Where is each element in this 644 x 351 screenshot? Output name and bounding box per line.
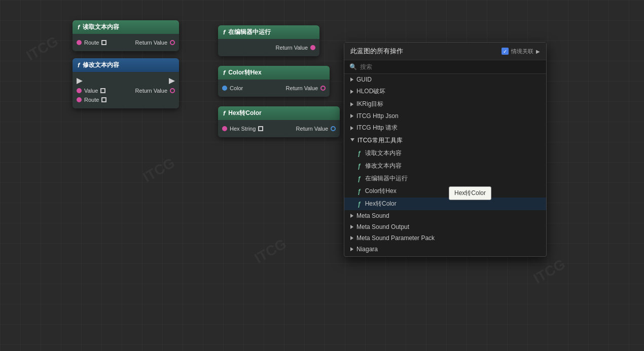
search-input[interactable]: [360, 63, 541, 70]
arrow-meta-sound-output: [350, 225, 353, 229]
menu-item-hlod-label: HLOD破坏: [356, 87, 385, 96]
func-icon-5: f: [223, 109, 225, 117]
pin-returnvalue3-label: Return Value: [276, 45, 308, 51]
pin-route2-sq: [101, 97, 106, 102]
tooltip-text: Hex转Color: [454, 189, 486, 197]
node-run-editor-body: Return Value: [218, 39, 319, 56]
pin-returnvalue3-out[interactable]: [310, 45, 315, 50]
menu-item-meta-sound-param[interactable]: Meta Sound Parameter Pack: [344, 232, 546, 244]
node-color-to-hex: f Color转Hex Color Return Value: [218, 66, 330, 97]
arrow-meta-sound-param: [350, 236, 353, 240]
context-sensitive-label: 情境关联: [511, 48, 533, 55]
menu-item-meta-sound[interactable]: Meta Sound: [344, 210, 546, 221]
func-f-1: ƒ: [357, 150, 361, 157]
node-hex-to-color-body: Hex String Return Value: [218, 120, 340, 137]
menu-item-niagara-data[interactable]: Niagara Data Channel: [344, 255, 546, 256]
menu-item-meta-sound-param-label: Meta Sound Parameter Pack: [356, 235, 435, 242]
menu-item-run-editor-label: 在编辑器中运行: [365, 174, 408, 183]
pin-value-in[interactable]: [77, 88, 82, 93]
menu-item-modify-text-label: 修改文本内容: [365, 162, 402, 170]
func-f-2: ƒ: [357, 163, 361, 170]
menu-list: GUID HLOD破坏 IKRig目标 ITCG Http Json ITCG …: [344, 74, 546, 256]
context-menu-title: 此蓝图的所有操作: [350, 47, 403, 56]
watermark-2: ITCG: [140, 154, 177, 185]
pin-hexstring-in[interactable]: [222, 126, 227, 131]
node-read-text-body: Route Return Value: [73, 34, 179, 51]
menu-item-meta-sound-label: Meta Sound: [356, 212, 389, 219]
node-hex-to-color-header: f Hex转Color: [218, 106, 340, 120]
node-color-to-hex-header: f Color转Hex: [218, 66, 330, 80]
context-sensitive-checkbox[interactable]: ✓ 情境关联 ▶: [502, 48, 540, 55]
menu-item-niagara-label: Niagara: [356, 246, 378, 253]
watermark-5: ITCG: [530, 256, 568, 287]
node-color-to-hex-body: Color Return Value: [218, 80, 330, 97]
menu-item-niagara[interactable]: Niagara: [344, 244, 546, 255]
exec-in-pin[interactable]: [77, 78, 83, 84]
pin-returnvalue5-label: Return Value: [296, 126, 328, 132]
tooltip: Hex转Color: [449, 186, 491, 200]
pin-value-sq: [100, 88, 105, 93]
node-modify-text-title: 修改文本内容: [83, 61, 119, 69]
arrow-meta-sound: [350, 214, 353, 218]
node-run-editor-title: 在编辑器中运行: [228, 28, 271, 36]
func-icon-4: f: [223, 69, 225, 76]
menu-item-read-text-label: 读取文本内容: [365, 149, 402, 158]
node-row-color: Color Return Value: [218, 84, 330, 93]
context-menu-panel: 此蓝图的所有操作 ✓ 情境关联 ▶ 🔍 GUID HLOD破坏 IKRig目标 …: [344, 42, 547, 257]
menu-item-itcg-http[interactable]: ITCG Http 请求: [344, 122, 546, 134]
menu-item-color-hex-label: Color转Hex: [365, 187, 397, 196]
menu-item-color-hex[interactable]: ƒ Color转Hex: [344, 185, 546, 198]
menu-item-hex-color-label: Hex转Color: [365, 200, 397, 208]
menu-item-itcg-http-label: ITCG Http 请求: [356, 124, 398, 132]
menu-item-itcg-tools[interactable]: ITCG常用工具库: [344, 134, 546, 147]
menu-item-modify-text[interactable]: ƒ 修改文本内容: [344, 160, 546, 172]
node-row-route: Route Return Value: [73, 38, 179, 47]
menu-item-guid[interactable]: GUID: [344, 74, 546, 85]
menu-item-read-text[interactable]: ƒ 读取文本内容: [344, 147, 546, 160]
menu-item-ikrig-label: IKRig目标: [356, 100, 383, 108]
pin-route2-in[interactable]: [77, 97, 82, 102]
arrow-hlod: [350, 90, 353, 94]
arrow-ikrig: [350, 102, 353, 106]
chevron-icon: ▶: [536, 49, 540, 54]
arrow-itcg-http: [350, 126, 353, 130]
pin-returnvalue4-out[interactable]: [320, 86, 326, 91]
pin-returnvalue2-out[interactable]: [170, 88, 175, 93]
func-icon: f: [78, 23, 80, 31]
node-hex-to-color: f Hex转Color Hex String Return Value: [218, 106, 340, 137]
node-hex-to-color-title: Hex转Color: [228, 109, 261, 118]
pin-value-label: Value: [84, 88, 98, 94]
pin-route-in[interactable]: [77, 40, 82, 45]
menu-item-guid-label: GUID: [356, 76, 372, 83]
func-f-4: ƒ: [357, 188, 361, 195]
pin-hexstring-sq: [258, 126, 263, 131]
func-f-5: ƒ: [357, 201, 361, 208]
menu-item-meta-sound-output[interactable]: Meta Sound Output: [344, 221, 546, 232]
exec-out-pin[interactable]: [169, 78, 175, 84]
arrow-itcg-json: [350, 114, 353, 118]
node-modify-text-body: Value Return Value Route: [73, 72, 179, 108]
pin-route-sq: [101, 40, 106, 45]
menu-item-hex-color[interactable]: ƒ Hex转Color: [344, 198, 546, 210]
pin-route2-label: Route: [84, 97, 99, 103]
menu-item-ikrig[interactable]: IKRig目标: [344, 98, 546, 110]
pin-returnvalue-out[interactable]: [170, 40, 175, 45]
menu-item-meta-sound-output-label: Meta Sound Output: [356, 223, 409, 230]
search-bar: 🔍: [344, 60, 546, 74]
checkbox-icon: ✓: [502, 48, 509, 55]
pin-hexstring-label: Hex String: [230, 126, 256, 132]
context-menu-header: 此蓝图的所有操作 ✓ 情境关联 ▶: [344, 43, 546, 60]
menu-item-itcg-tools-label: ITCG常用工具库: [357, 136, 403, 145]
menu-item-itcg-json[interactable]: ITCG Http Json: [344, 110, 546, 122]
node-modify-text: f 修改文本内容 Value Return Value Route: [73, 58, 179, 108]
pin-color-label: Color: [230, 85, 243, 91]
menu-item-hlod[interactable]: HLOD破坏: [344, 85, 546, 98]
pin-returnvalue5-out[interactable]: [331, 126, 336, 131]
pin-returnvalue4-label: Return Value: [286, 85, 318, 91]
pin-color-in[interactable]: [222, 86, 227, 91]
search-icon: 🔍: [349, 63, 357, 70]
func-icon-3: f: [223, 28, 225, 36]
node-read-text: f 读取文本内容 Route Return Value: [73, 20, 179, 51]
node-read-text-header: f 读取文本内容: [73, 20, 179, 34]
menu-item-run-editor[interactable]: ƒ 在编辑器中运行: [344, 172, 546, 185]
